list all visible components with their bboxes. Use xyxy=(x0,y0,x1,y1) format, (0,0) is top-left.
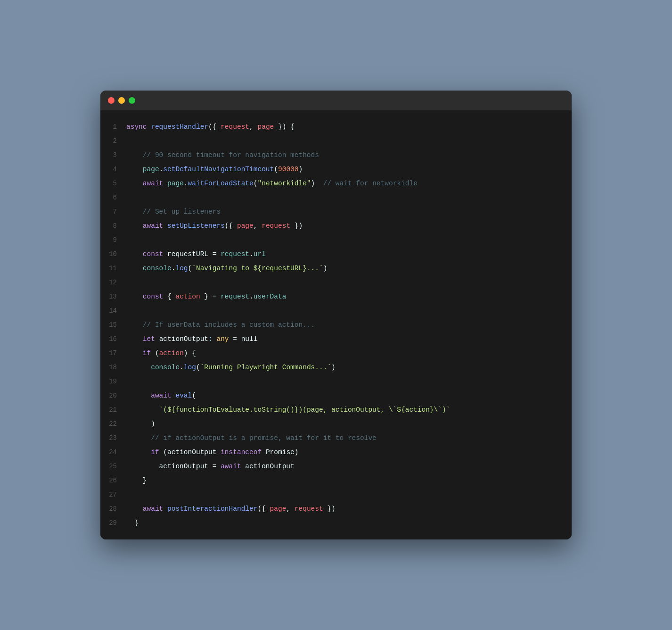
code-line: 3 // 90 second timeout for navigation me… xyxy=(100,148,572,162)
line-content: async requestHandler({ request, page }) … xyxy=(126,120,572,133)
code-token: } xyxy=(126,477,147,484)
code-token: (actionOutput xyxy=(163,448,221,456)
code-token: ) xyxy=(311,180,323,187)
line-content xyxy=(126,233,572,247)
code-token: ({ xyxy=(225,222,237,230)
code-token: console xyxy=(151,364,180,371)
code-token xyxy=(126,364,151,371)
code-line: 11 console.log(`Navigating to ${requestU… xyxy=(100,261,572,275)
code-line: 16 let actionOutput: any = null xyxy=(100,332,572,346)
line-number: 23 xyxy=(100,431,126,445)
code-line: 12 xyxy=(100,275,572,290)
code-line: 27 xyxy=(100,488,572,502)
code-token: ) xyxy=(331,364,336,371)
code-token: } = xyxy=(200,293,221,300)
code-token: await xyxy=(143,505,167,513)
code-token: . xyxy=(249,293,254,300)
line-content xyxy=(126,134,572,148)
code-line: 19 xyxy=(100,374,572,389)
code-token: action xyxy=(159,349,184,357)
code-token: actionOutput = xyxy=(126,463,221,470)
line-content: if (action) { xyxy=(126,347,572,360)
line-content: page.setDefaultNavigationTimeout(90000) xyxy=(126,163,572,176)
code-token: setDefaultNavigationTimeout xyxy=(163,166,274,173)
line-number: 4 xyxy=(100,163,126,176)
code-token: // 90 second timeout for navigation meth… xyxy=(126,151,319,159)
line-number: 10 xyxy=(100,248,126,261)
code-token: ({ xyxy=(208,123,221,131)
code-token: `Running Playwright Commands...` xyxy=(200,364,331,371)
code-token: requestURL = xyxy=(167,250,221,258)
code-token xyxy=(126,293,143,300)
code-token: page xyxy=(270,505,287,513)
code-token: waitForLoadState xyxy=(188,180,254,187)
code-token: request xyxy=(221,123,249,131)
code-token: ( xyxy=(188,265,192,272)
code-token: userData xyxy=(254,293,287,300)
code-token: = null xyxy=(229,335,258,343)
line-content: // Set up listeners xyxy=(126,205,572,218)
code-token: url xyxy=(254,250,266,258)
code-line: 7 // Set up listeners xyxy=(100,205,572,219)
close-button[interactable] xyxy=(108,97,115,104)
line-content: let actionOutput: any = null xyxy=(126,332,572,346)
line-content: await eval( xyxy=(126,389,572,402)
code-token: ) { xyxy=(184,349,196,357)
code-line: 20 await eval( xyxy=(100,389,572,403)
line-number: 13 xyxy=(100,290,126,303)
code-line: 24 if (actionOutput instanceof Promise) xyxy=(100,445,572,459)
line-number: 15 xyxy=(100,318,126,332)
code-token: , xyxy=(249,123,257,131)
code-token xyxy=(126,349,143,357)
code-token xyxy=(126,406,159,414)
minimize-button[interactable] xyxy=(118,97,125,104)
code-token: request xyxy=(221,293,249,300)
code-token: postInteractionHandler xyxy=(167,505,257,513)
code-line: 2 xyxy=(100,134,572,148)
code-token: . xyxy=(184,180,188,187)
line-content: const requestURL = request.url xyxy=(126,248,572,261)
code-line: 10 const requestURL = request.url xyxy=(100,247,572,261)
line-content: `(${functionToEvaluate.toString()})(page… xyxy=(126,403,572,416)
line-content: } xyxy=(126,474,572,487)
line-number: 29 xyxy=(100,516,126,530)
line-number: 20 xyxy=(100,389,126,402)
code-token: . xyxy=(249,250,254,258)
code-line: 21 `(${functionToEvaluate.toString()})(p… xyxy=(100,403,572,417)
line-number: 24 xyxy=(100,446,126,459)
code-token: requestHandler xyxy=(151,123,208,131)
line-content: await postInteractionHandler({ page, req… xyxy=(126,502,572,515)
code-token xyxy=(126,222,143,230)
line-number: 6 xyxy=(100,191,126,204)
code-token: action xyxy=(175,293,200,300)
line-number: 1 xyxy=(100,120,126,133)
code-token: ) xyxy=(299,166,303,173)
code-token xyxy=(126,265,143,272)
code-line: 29 } xyxy=(100,516,572,530)
line-number: 2 xyxy=(100,134,126,148)
line-number: 22 xyxy=(100,417,126,431)
code-token: `Navigating to ${requestURL}...` xyxy=(192,265,323,272)
code-line: 22 ) xyxy=(100,417,572,431)
code-token: const xyxy=(143,250,167,258)
code-token: const xyxy=(143,293,167,300)
line-number: 14 xyxy=(100,304,126,317)
line-content: console.log(`Navigating to ${requestURL}… xyxy=(126,262,572,275)
code-token: page xyxy=(237,222,254,230)
code-token: ) xyxy=(126,420,155,428)
code-line: 8 await setUpListeners({ page, request }… xyxy=(100,219,572,233)
code-token: 90000 xyxy=(278,166,299,173)
line-number: 26 xyxy=(100,474,126,487)
code-line: 18 console.log(`Running Playwright Comma… xyxy=(100,360,572,374)
line-number: 8 xyxy=(100,219,126,232)
line-number: 21 xyxy=(100,403,126,416)
code-token: page xyxy=(257,123,274,131)
maximize-button[interactable] xyxy=(129,97,135,104)
code-token: await xyxy=(143,180,167,187)
line-content xyxy=(126,304,572,317)
code-token: }) { xyxy=(274,123,295,131)
code-token: await xyxy=(221,463,245,470)
line-content xyxy=(126,276,572,289)
line-number: 28 xyxy=(100,502,126,515)
code-token xyxy=(126,166,143,173)
